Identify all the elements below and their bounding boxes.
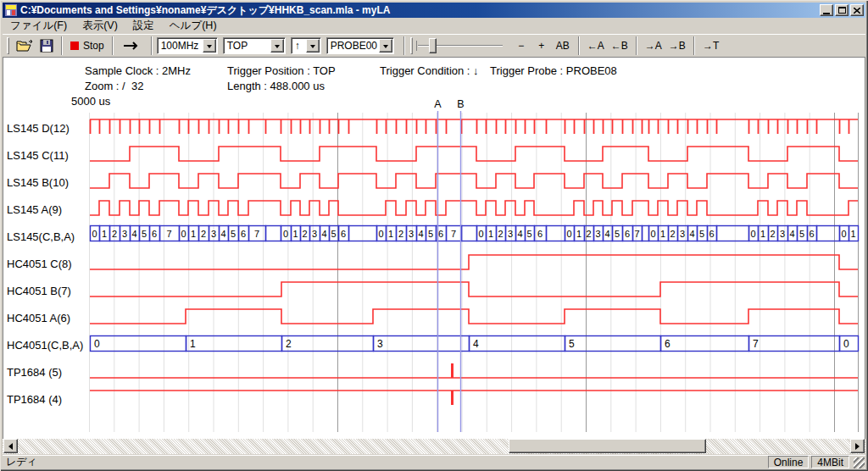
toolbar: Stop 100MHz TOP ↑ PROBE00 [3, 34, 865, 58]
svg-text:3: 3 [680, 229, 685, 239]
svg-text:4: 4 [131, 229, 136, 239]
svg-text:7: 7 [634, 229, 639, 239]
svg-text:0: 0 [566, 229, 571, 239]
svg-text:6: 6 [709, 229, 714, 239]
svg-text:2: 2 [112, 229, 117, 239]
goto-cursor-a-right-button[interactable]: →A [642, 36, 665, 55]
goto-cursor-b-left-button[interactable]: ←B [608, 36, 632, 55]
resize-grip[interactable] [854, 457, 865, 468]
svg-text:5: 5 [142, 229, 147, 239]
svg-text:B: B [457, 98, 464, 110]
app-icon [4, 3, 18, 17]
svg-text:5: 5 [615, 229, 620, 239]
svg-text:5: 5 [569, 338, 575, 350]
run-button[interactable] [118, 36, 147, 55]
maximize-button[interactable] [835, 4, 849, 16]
minimize-icon [823, 13, 830, 14]
trigger-edge-value: ↑ [292, 40, 305, 52]
ab-button[interactable]: AB [552, 36, 574, 55]
zoom-slider[interactable] [416, 36, 504, 55]
svg-text:4: 4 [321, 229, 326, 239]
svg-text:3: 3 [211, 229, 216, 239]
toolbar-separator [403, 36, 405, 55]
dropdown-arrow-icon[interactable] [306, 39, 320, 53]
dropdown-arrow-icon[interactable] [270, 39, 284, 53]
menu-view[interactable]: 表示(V) [75, 17, 125, 35]
save-button[interactable] [36, 36, 57, 55]
svg-text:4: 4 [604, 229, 609, 239]
open-folder-icon [16, 39, 33, 53]
title-bar[interactable]: C:¥Documents and Settings¥noname¥デスクトップ¥… [3, 3, 865, 18]
scroll-left-button[interactable] [3, 439, 18, 453]
stop-icon [70, 42, 79, 50]
trigger-position-combo[interactable]: TOP [223, 37, 286, 54]
svg-text:0: 0 [841, 229, 846, 239]
menu-bar: ファイル(F) 表示(V) 設定 ヘルプ(H) [3, 18, 865, 34]
svg-text:0: 0 [750, 229, 755, 239]
sample-rate-combo[interactable]: 100MHz [157, 37, 218, 54]
svg-text:6: 6 [341, 229, 346, 239]
svg-text:5: 5 [331, 229, 336, 239]
svg-text:3: 3 [780, 229, 785, 239]
svg-text:6: 6 [438, 229, 443, 239]
svg-text:6: 6 [809, 229, 814, 239]
scroll-left-icon [5, 443, 13, 450]
zoom-slider-thumb[interactable] [429, 38, 437, 53]
trigger-edge-combo[interactable]: ↑ [291, 37, 321, 54]
goto-cursor-b-right-button[interactable]: →B [665, 36, 689, 55]
status-bar: レディ Online 4MBit [3, 455, 865, 468]
menu-help[interactable]: ヘルプ(H) [162, 17, 225, 35]
close-icon [854, 8, 860, 14]
goto-cursor-a-left-button[interactable]: ←A [584, 36, 608, 55]
scroll-right-icon [855, 443, 863, 450]
toolbar-separator [61, 36, 63, 55]
status-online: Online [768, 456, 810, 468]
menu-file[interactable]: ファイル(F) [3, 17, 75, 35]
svg-text:5: 5 [699, 229, 704, 239]
svg-text:1: 1 [191, 229, 196, 239]
run-arrow-icon [123, 42, 142, 50]
svg-text:4: 4 [418, 229, 423, 239]
svg-text:4: 4 [517, 229, 522, 239]
chevron-down-icon [207, 45, 212, 51]
svg-text:6: 6 [152, 229, 157, 239]
svg-text:5: 5 [799, 229, 804, 239]
scrollbar-thumb[interactable] [509, 439, 706, 453]
dropdown-arrow-icon[interactable] [203, 39, 216, 53]
svg-text:2: 2 [670, 229, 675, 239]
zoom-out-button[interactable]: − [511, 36, 531, 55]
svg-text:4: 4 [220, 229, 225, 239]
svg-text:6: 6 [537, 229, 542, 239]
status-memory: 4MBit [811, 456, 849, 468]
menu-settings[interactable]: 設定 [125, 17, 162, 35]
svg-text:2: 2 [398, 229, 403, 239]
svg-text:3: 3 [312, 229, 317, 239]
close-button[interactable] [850, 4, 864, 16]
svg-text:3: 3 [377, 338, 383, 350]
waveform-svg[interactable]: 0123456701234567012345601234567012345601… [0, 58, 868, 439]
zoom-in-button[interactable]: + [531, 36, 552, 55]
toolbar-grip[interactable] [410, 37, 413, 54]
toolbar-grip[interactable] [7, 37, 9, 54]
svg-text:4: 4 [789, 229, 794, 239]
sample-rate-value: 100MHz [158, 40, 202, 52]
svg-text:3: 3 [122, 229, 127, 239]
svg-text:0: 0 [378, 229, 383, 239]
svg-text:1: 1 [292, 229, 298, 239]
app-window: C:¥Documents and Settings¥noname¥デスクトップ¥… [0, 0, 868, 471]
maximize-icon [838, 7, 846, 14]
goto-trigger-button[interactable]: →T [699, 36, 723, 55]
svg-text:A: A [434, 98, 442, 110]
minimize-button[interactable] [820, 4, 833, 16]
scroll-right-button[interactable] [850, 439, 865, 453]
trigger-probe-combo[interactable]: PROBE00 [326, 37, 394, 54]
trigger-probe-value: PROBE00 [327, 40, 378, 52]
svg-text:0: 0 [92, 229, 97, 239]
svg-text:1: 1 [660, 229, 665, 239]
trigger-position-value: TOP [224, 40, 270, 52]
horizontal-scrollbar[interactable] [3, 439, 865, 454]
open-file-button[interactable] [13, 36, 36, 55]
svg-text:6: 6 [625, 229, 630, 239]
dropdown-arrow-icon[interactable] [379, 39, 392, 53]
stop-button[interactable]: Stop [67, 36, 108, 55]
